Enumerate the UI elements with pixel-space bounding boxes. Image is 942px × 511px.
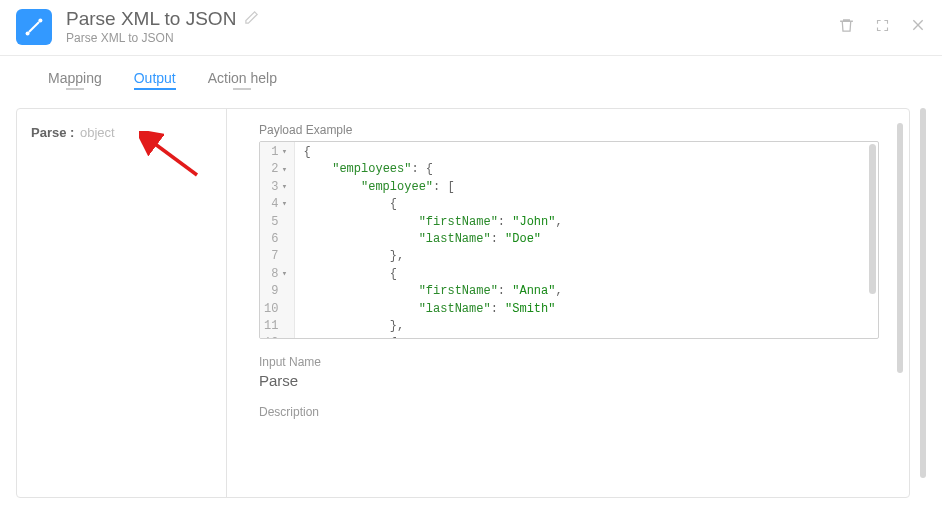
dialog-header: Parse XML to JSON Parse XML to JSON: [0, 0, 942, 56]
expand-icon[interactable]: [875, 18, 890, 36]
input-name-label: Input Name: [259, 355, 879, 369]
tab-label: Output: [134, 70, 176, 86]
panel-inner-scrollbar[interactable]: [897, 123, 903, 483]
description-label: Description: [259, 405, 879, 419]
tabs: Mapping Output Action help: [0, 56, 942, 96]
dialog-title: Parse XML to JSON: [66, 8, 236, 30]
tab-label: Action help: [208, 70, 277, 86]
dialog-subtitle: Parse XML to JSON: [66, 31, 838, 45]
input-name-value[interactable]: Parse: [259, 372, 879, 389]
close-icon[interactable]: [910, 17, 926, 36]
tab-label: Mapping: [48, 70, 102, 86]
output-tree: Parse : object: [17, 109, 227, 497]
edit-title-icon[interactable]: [244, 10, 259, 28]
payload-label: Payload Example: [259, 123, 879, 137]
action-icon: [16, 9, 52, 45]
output-node-type: object: [80, 125, 115, 140]
delete-icon[interactable]: [838, 17, 855, 37]
tab-action-help[interactable]: Action help: [208, 70, 277, 96]
payload-editor[interactable]: 1▾2▾3▾4▾5678▾9101112▾1314 { "employees":…: [259, 141, 879, 339]
editor-scrollbar[interactable]: [869, 144, 876, 294]
svg-line-2: [29, 21, 39, 31]
tab-mapping[interactable]: Mapping: [48, 70, 102, 96]
annotation-arrow-icon: [139, 131, 209, 186]
tab-output[interactable]: Output: [134, 70, 176, 96]
page-scrollbar[interactable]: [920, 108, 926, 498]
output-node-name[interactable]: Parse: [31, 125, 66, 140]
svg-line-4: [151, 141, 197, 175]
output-panel: Parse : object Payload Example 1▾2▾3▾4▾5…: [16, 108, 910, 498]
